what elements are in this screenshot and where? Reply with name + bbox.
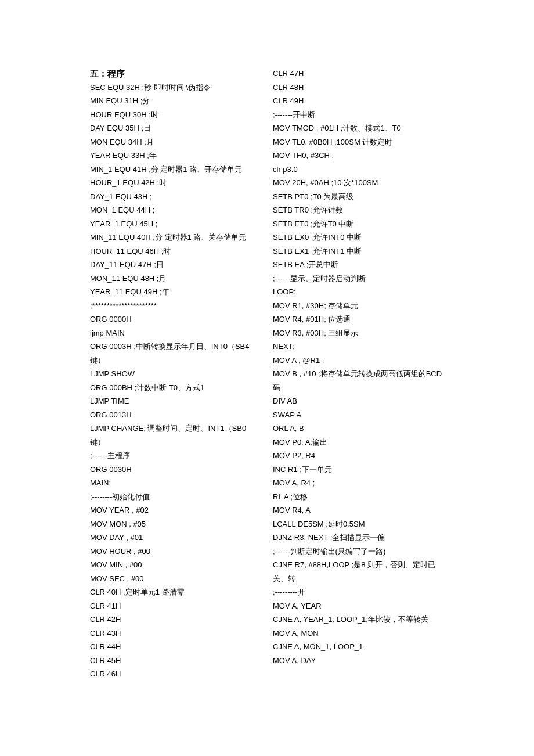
code-line: LJMP SHOW — [90, 367, 261, 381]
code-line: ;------显示、定时器启动判断 — [273, 272, 444, 286]
code-line: MOV B , #10 ;将存储单元转换成两高低两组的BCD 码 — [273, 367, 444, 394]
code-line: ORG 000BH ;计数中断 T0、方式1 — [90, 381, 261, 395]
code-line: YEAR_1 EQU 45H ; — [90, 217, 261, 231]
code-line: YEAR EQU 33H ;年 — [90, 149, 261, 163]
code-line: ;********************** — [90, 299, 261, 313]
code-line: RL A ;位移 — [273, 490, 444, 504]
code-line: LCALL DE5SM ;延时0.5SM — [273, 517, 444, 531]
code-line: SETB ET0 ;允许T0 中断 — [273, 217, 444, 231]
code-line: CLR 40H ;定时单元1 路清零 — [90, 585, 261, 599]
code-line: ;------主程序 — [90, 449, 261, 463]
code-line: HOUR EQU 30H ;时 — [90, 108, 261, 122]
code-line: MOV R3, #03H; 三组显示 — [273, 326, 444, 340]
code-line: SETB EA ;开总中断 — [273, 258, 444, 272]
code-line: YEAR_11 EQU 49H ;年 — [90, 285, 261, 299]
code-line: SEC EQU 32H ;秒 即时时间 \伪指令 — [90, 81, 261, 95]
code-line: SETB TR0 ;允许计数 — [273, 203, 444, 217]
right-column: CLR 47HCLR 48HCLR 49H;-------开中断MOV TMOD… — [273, 67, 444, 681]
code-line: CLR 49H — [273, 94, 444, 108]
code-line: MIN EQU 31H ;分 — [90, 94, 261, 108]
code-line: MOV SEC , #00 — [90, 572, 261, 586]
code-line: MOV YEAR , #02 — [90, 503, 261, 517]
code-line: MON_11 EQU 48H ;月 — [90, 272, 261, 286]
code-line: CLR 44H — [90, 640, 261, 654]
code-line: ORG 0000H — [90, 312, 261, 326]
code-line: CLR 43H — [90, 627, 261, 640]
code-line: DAY EQU 35H ;日 — [90, 121, 261, 135]
right-code-block: CLR 47HCLR 48HCLR 49H;-------开中断MOV TMOD… — [273, 67, 444, 667]
code-line: MON_1 EQU 44H ; — [90, 203, 261, 217]
code-line: MIN_11 EQU 40H ;分 定时器1 路、关存储单元 — [90, 231, 261, 244]
code-line: ORG 0030H — [90, 463, 261, 477]
code-line: HOUR_11 EQU 46H ;时 — [90, 244, 261, 258]
code-line: LJMP CHANGE; 调整时间、定时、INT1（SB0 键） — [90, 422, 261, 449]
code-line: MOV R4, A — [273, 503, 444, 517]
code-line: DAY_11 EQU 47H ;日 — [90, 258, 261, 272]
code-line: CLR 42H — [90, 613, 261, 627]
code-line: DJNZ R3, NEXT ;全扫描显示一偏 — [273, 531, 444, 545]
code-line: ;---------开 — [273, 585, 444, 599]
code-line: CLR 46H — [90, 667, 261, 681]
code-line: CLR 47H — [273, 67, 444, 81]
code-line: SETB PT0 ;T0 为最高级 — [273, 190, 444, 204]
code-line: MOV DAY , #01 — [90, 531, 261, 545]
code-line: CJNE A, MON_1, LOOP_1 — [273, 640, 444, 654]
code-line: MOV TH0, #3CH ; — [273, 149, 444, 163]
code-line: CLR 45H — [90, 654, 261, 668]
code-line: CLR 41H — [90, 599, 261, 613]
document-page: 五：程序 SEC EQU 32H ;秒 即时时间 \伪指令MIN EQU 31H… — [0, 0, 534, 733]
code-line: ;------判断定时输出(只编写了一路) — [273, 545, 444, 559]
code-line: DAY_1 EQU 43H ; — [90, 190, 261, 204]
code-line: MOV P0, A;输出 — [273, 435, 444, 449]
code-line: ljmp MAIN — [90, 326, 261, 340]
code-line: ORL A, B — [273, 422, 444, 435]
left-code-block: SEC EQU 32H ;秒 即时时间 \伪指令MIN EQU 31H ;分HO… — [90, 81, 261, 681]
code-line: ORG 0013H — [90, 408, 261, 422]
section-heading: 五：程序 — [90, 67, 261, 81]
code-line: ORG 0003H ;中断转换显示年月日、INT0（SB4键） — [90, 340, 261, 367]
code-line: MAIN: — [90, 476, 261, 490]
code-line: MOV TL0, #0B0H ;100SM 计数定时 — [273, 135, 444, 149]
code-line: CLR 48H — [273, 81, 444, 95]
code-line: MIN_1 EQU 41H ;分 定时器1 路、开存储单元 — [90, 163, 261, 177]
code-line: MOV TMOD , #01H ;计数、模式1、T0 — [273, 121, 444, 135]
code-line: SETB EX1 ;允许INT1 中断 — [273, 244, 444, 258]
code-line: CJNE A, YEAR_1, LOOP_1;年比较，不等转关 — [273, 613, 444, 627]
code-line: MOV MIN , #00 — [90, 558, 261, 572]
code-line: MOV HOUR , #00 — [90, 545, 261, 559]
code-line: HOUR_1 EQU 42H ;时 — [90, 176, 261, 190]
left-column: 五：程序 SEC EQU 32H ;秒 即时时间 \伪指令MIN EQU 31H… — [90, 67, 261, 681]
code-line: ;-------开中断 — [273, 108, 444, 122]
code-line: NEXT: — [273, 340, 444, 354]
code-line: MOV A, DAY — [273, 654, 444, 668]
code-line: ;--------初始化付值 — [90, 490, 261, 504]
code-line: LOOP: — [273, 285, 444, 299]
code-line: CJNE R7, #88H,LOOP ;是8 则开，否则、定时已关、转 — [273, 558, 444, 585]
code-line: MOV A , @R1 ; — [273, 354, 444, 368]
code-line: SWAP A — [273, 408, 444, 422]
code-line: MOV R1, #30H; 存储单元 — [273, 299, 444, 313]
code-line: MOV P2, R4 — [273, 449, 444, 463]
code-line: clr p3.0 — [273, 163, 444, 177]
code-line: MOV A, YEAR — [273, 599, 444, 613]
code-line: MOV A, MON — [273, 627, 444, 640]
code-line: MOV R4, #01H; 位选通 — [273, 312, 444, 326]
code-line: DIV AB — [273, 394, 444, 408]
code-line: SETB EX0 ;允许INT0 中断 — [273, 231, 444, 244]
code-line: MOV 20H, #0AH ;10 次*100SM — [273, 176, 444, 190]
code-line: MOV MON , #05 — [90, 517, 261, 531]
code-line: INC R1 ;下一单元 — [273, 463, 444, 477]
code-line: MON EQU 34H ;月 — [90, 135, 261, 149]
code-line: LJMP TIME — [90, 394, 261, 408]
two-column-layout: 五：程序 SEC EQU 32H ;秒 即时时间 \伪指令MIN EQU 31H… — [90, 67, 444, 681]
code-line: MOV A, R4 ; — [273, 476, 444, 490]
